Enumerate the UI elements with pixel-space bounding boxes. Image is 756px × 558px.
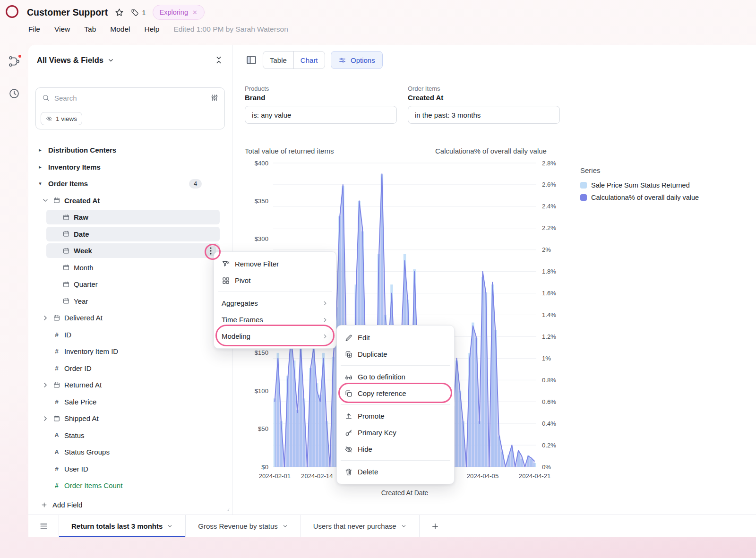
menu-item-time-frames[interactable]: Time Frames [217,311,333,328]
tree-item-year[interactable]: Year [35,293,225,310]
tree-item-quarter[interactable]: Quarter [35,276,225,293]
legend-item: Calculationa% of overall daily value [580,194,699,201]
tree-item-date[interactable]: Date [35,226,225,243]
copy-icon [344,389,353,398]
tab-list-button[interactable] [28,515,59,537]
tree-item-shipped-at[interactable]: Shipped At [35,410,225,427]
menu-item-label: Promote [358,412,385,420]
menu-item-tab[interactable]: Tab [84,25,96,34]
menu-item-view[interactable]: View [54,25,70,34]
tree-item-status[interactable]: AStatus [35,427,225,444]
submenu-item-duplicate[interactable]: Duplicate [340,346,451,362]
tree-item-inventory-items[interactable]: ▸Inventory Items [35,159,225,176]
tree-item-label: Inventory Item ID [64,347,118,355]
tree-item-distribution-centers[interactable]: ▸Distribution Centers [35,142,225,159]
history-button[interactable] [8,87,20,100]
tree-item-raw[interactable]: Raw [35,209,225,226]
tree-item-month[interactable]: Month [35,259,225,276]
calendar-icon [53,415,60,422]
tree-item-sale-price[interactable]: #Sale Price [35,394,225,411]
filter-created-at-value[interactable]: in the past: 3 months [408,106,560,124]
legend-item: Sale Price Sum Status Returned [580,181,699,189]
submenu-item-go-to-definition[interactable]: Go to definition [340,369,451,385]
tree-item-label: Inventory Items [48,163,101,171]
workbook-tab-gross-revenue-by-status[interactable]: Gross Revenue by status [186,515,301,537]
svg-text:2024-02-01: 2024-02-01 [259,472,291,480]
tree-item-week[interactable]: Week [35,242,225,259]
menu-item-aggregates[interactable]: Aggregates [217,295,333,311]
calendar-icon [62,247,70,255]
menu-item-modeling[interactable]: Modeling [217,328,333,344]
tree-item-inventory-item-id[interactable]: #Inventory Item ID [35,343,225,360]
menu-item-model[interactable]: Model [110,25,130,34]
field-count-badge: 4 [189,179,202,189]
submenu-item-hide[interactable]: Hide [340,441,451,457]
workbook-tab-return-totals-last-3-monhts[interactable]: Return totals last 3 monhts [59,515,186,537]
chevron-right-icon[interactable] [42,415,49,422]
toggle-sidebar-button[interactable] [245,54,258,66]
chevron-right-icon [322,333,328,340]
submenu-item-delete[interactable]: Delete [340,464,451,480]
chart-tab[interactable]: Chart [293,52,325,69]
add-tab-button[interactable] [427,518,443,534]
close-icon[interactable]: ✕ [192,9,198,16]
collapse-panel-button[interactable] [214,55,223,65]
triangle-down-icon[interactable]: ▾ [37,180,43,187]
tree-item-order-id[interactable]: #Order ID [35,360,225,377]
submenu-item-primary-key[interactable]: Primary Key [340,424,451,441]
chevron-right-icon[interactable] [42,381,49,389]
menu-item-label: Copy reference [358,389,406,397]
workbook-tab-users-that-never-purchase[interactable]: Users that never purchase [301,515,420,537]
chevron-down-icon[interactable] [167,523,173,529]
options-button[interactable]: Options [331,51,383,69]
legend-title: Series [580,166,699,174]
menu-item-file[interactable]: File [28,25,40,34]
tree-item-status-groups[interactable]: AStatus Groups [35,444,225,461]
exploring-badge[interactable]: Exploring ✕ [153,5,205,20]
triangle-right-icon[interactable]: ▸ [37,164,43,170]
tree-item-delivered-at[interactable]: Delivered At [35,309,225,326]
filter-brand-value[interactable]: is: any value [245,106,397,124]
tree-item-label: Delivered At [64,314,103,322]
tags-button[interactable]: 1 [131,9,146,17]
tree-item-label: Status [64,431,85,439]
views-selector-label: All Views & Fields [37,56,103,65]
svg-text:2.2%: 2.2% [542,224,556,232]
chevron-down-icon[interactable] [42,197,49,204]
favorite-star-icon[interactable] [114,8,124,17]
table-tab[interactable]: Table [263,52,293,69]
history-clock-icon [8,87,20,100]
triangle-right-icon[interactable]: ▸ [37,147,43,153]
exploring-badge-label: Exploring [160,9,188,16]
menu-item-pivot[interactable]: Pivot [217,272,333,289]
chevron-down-icon[interactable] [107,57,114,64]
menu-item-remove-filter[interactable]: Remove Filter [217,256,333,272]
search-input[interactable] [54,94,206,102]
submenu-item-edit[interactable]: Edit [340,329,451,346]
search-icon [42,94,50,102]
tree-item-returned-at[interactable]: Returned At [35,377,225,394]
panel-resize-handle[interactable] [223,505,230,512]
hidden-views-chip[interactable]: 1 views [41,112,82,125]
tree-item-created-at[interactable]: Created At [35,192,225,209]
tree-item-user-id[interactable]: #User ID [35,461,225,478]
chevron-down-icon[interactable] [282,523,288,529]
search-filter-settings-icon[interactable] [210,94,219,102]
add-field-button[interactable]: Add Field [28,497,232,513]
submenu-item-promote[interactable]: Promote [340,408,451,424]
duplicate-icon [344,350,353,359]
app-logo[interactable] [6,5,18,18]
model-view-button[interactable] [8,55,20,68]
menu-item-help[interactable]: Help [145,25,160,34]
tree-item-order-items[interactable]: ▾Order Items4 [35,175,225,192]
svg-text:2.4%: 2.4% [542,203,556,210]
submenu-item-copy-reference[interactable]: Copy reference [340,385,451,402]
chevron-right-icon[interactable] [42,314,49,322]
menu-divider [341,460,450,461]
tree-item-id[interactable]: #ID [35,326,225,343]
chevron-spacer [42,398,49,405]
chevron-right-icon [322,300,328,307]
tree-item-order-items-count[interactable]: #Order Items Count [35,477,225,494]
chevron-spacer [42,348,49,355]
chevron-down-icon[interactable] [401,523,407,529]
